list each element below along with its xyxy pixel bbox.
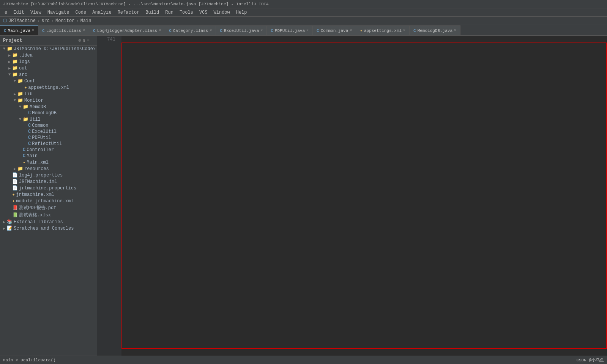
tab-close-main[interactable]: × — [32, 28, 34, 33]
tree-item-main[interactable]: ▶ C Main — [0, 153, 97, 159]
tab-label-pdfutil: PDFUtil.java — [275, 28, 305, 33]
menu-analyze[interactable]: Analyze — [89, 8, 114, 16]
breadcrumb-jrtmachine[interactable]: ⬡ — [3, 18, 7, 24]
expand-arrow-out[interactable]: ▶ — [7, 66, 12, 71]
tree-item-appsettings[interactable]: ▶ ✦ appsettings.xml — [0, 84, 97, 91]
tab-close-logutils[interactable]: × — [83, 28, 85, 33]
tree-item-testxlsx[interactable]: ▶ 📗 测试表格.xlsx — [0, 211, 97, 219]
code-content[interactable] — [121, 36, 607, 356]
tab-main-java[interactable]: C Main.java × — [0, 25, 38, 35]
tab-log4j[interactable]: C Log4jLoggerAdapter.class × — [89, 25, 165, 35]
menu-e[interactable]: e — [2, 8, 10, 16]
tab-memologdb[interactable]: C MemoLogDB.java × — [410, 25, 460, 35]
tree-item-idea[interactable]: ▶ 📁 .idea — [0, 52, 97, 58]
menu-help[interactable]: Help — [233, 8, 250, 16]
folder-icon-lib: 📁 — [17, 91, 23, 97]
tree-item-memodb[interactable]: ▼ 📁 MemoDB — [0, 104, 97, 110]
menu-window[interactable]: Window — [211, 8, 233, 16]
expand-arrow-util[interactable]: ▼ — [17, 117, 23, 121]
main-layout: Project ⚙ ⇅ ≡ — ▼ 📁 JRTMachine D:\JRTPub… — [0, 36, 607, 356]
menu-run[interactable]: Run — [162, 8, 177, 16]
tab-close-common[interactable]: × — [350, 28, 352, 33]
expand-arrow-extlibs[interactable]: ▶ — [2, 220, 7, 224]
tree-item-lib[interactable]: ▶ 📁 lib — [0, 91, 97, 97]
folder-icon-jrtmachine: 📁 — [7, 46, 13, 52]
expand-arrow-src[interactable]: ▼ — [7, 72, 12, 77]
tree-item-common[interactable]: ▶ C Common — [0, 123, 97, 129]
tree-item-util[interactable]: ▼ 📁 Util — [0, 116, 97, 123]
scratches-icon: 📝 — [7, 225, 13, 231]
tree-item-resources[interactable]: ▶ 📁 resources — [0, 165, 97, 172]
tree-item-controller[interactable]: ▶ C Controller — [0, 147, 97, 153]
menu-refactor[interactable]: Refactor — [115, 8, 143, 16]
expand-arrow-monitor[interactable]: ▼ — [12, 98, 17, 102]
tab-close-excelutil[interactable]: × — [260, 28, 263, 33]
tree-item-excelutil-tree[interactable]: ▶ C ExcelUtil — [0, 129, 97, 135]
tab-appsettings[interactable]: ✦ appsettings.xml × — [356, 25, 410, 35]
tab-logutils[interactable]: C LogUtils.class × — [38, 25, 89, 35]
tree-item-jrtmachine[interactable]: ▼ 📁 JRTMachine D:\JRTPublish\Code\ — [0, 46, 97, 52]
menu-view[interactable]: View — [27, 8, 44, 16]
tree-item-mainxml[interactable]: ▶ ✦ Main.xml — [0, 159, 97, 165]
tab-close-log4j[interactable]: × — [159, 28, 161, 33]
tab-excelutil[interactable]: C ExcelUtil.java × — [216, 25, 267, 35]
tree-item-out[interactable]: ▶ 📁 out — [0, 65, 97, 71]
expand-arrow-conf[interactable]: ▼ — [12, 79, 17, 83]
tree-item-log4j[interactable]: ▶ 📄 log4j.properties — [0, 172, 97, 178]
tree-item-reflectutil[interactable]: ▶ C ReflectUtil — [0, 141, 97, 147]
settings2-icon[interactable]: ≡ — [87, 38, 90, 43]
tab-common[interactable]: C Common.java × — [313, 25, 356, 35]
tab-category[interactable]: C Category.class × — [165, 25, 216, 35]
expand-arrow-jrtmachine[interactable]: ▼ — [2, 47, 7, 51]
spacer-common: ▶ — [23, 123, 28, 128]
tree-item-testpdf[interactable]: ▶ 📕 测试PDF报告.pdf — [0, 204, 97, 211]
expand-arrow-lib[interactable]: ▶ — [12, 92, 17, 96]
menu-navigate[interactable]: Navigate — [44, 8, 73, 16]
gear-icon[interactable]: ⚙ — [78, 38, 81, 43]
project-header: Project ⚙ ⇅ ≡ — — [0, 36, 97, 46]
editor-scroll[interactable]: 741 — [97, 36, 607, 356]
project-header-icons: ⚙ ⇅ ≡ — — [78, 38, 94, 43]
menu-code[interactable]: Code — [72, 8, 89, 16]
tree-item-modulejrtmachinexml[interactable]: ▶ ✦ module_jrtmachine.xml — [0, 198, 97, 204]
tab-pdfutil[interactable]: C PDFUtil.java × — [267, 25, 313, 35]
tab-close-category[interactable]: × — [210, 28, 212, 33]
tab-close-memologdb[interactable]: × — [454, 28, 456, 33]
sort-icon[interactable]: ⇅ — [82, 38, 85, 43]
tree-item-conf[interactable]: ▼ 📁 Conf — [0, 78, 97, 84]
tree-item-jrtmachineprop[interactable]: ▶ 📄 jrtmachine.properties — [0, 185, 97, 191]
expand-arrow-idea[interactable]: ▶ — [7, 53, 12, 58]
tree-label-resources: resources — [24, 166, 49, 172]
tree-item-extlibs[interactable]: ▶ 📚 External Libraries — [0, 219, 97, 225]
breadcrumb-main[interactable]: Main — [80, 18, 91, 24]
folder-icon-monitor: 📁 — [17, 98, 23, 103]
tree-item-jrtmachineiml[interactable]: ▶ 📄 JRTMachine.iml — [0, 178, 97, 185]
status-right-text: CSDN @小乌鱼 — [576, 358, 604, 362]
tree-item-src[interactable]: ▼ 📁 src — [0, 71, 97, 78]
expand-arrow-resources[interactable]: ▶ — [12, 167, 17, 171]
tree-item-pdfutil-tree[interactable]: ▶ C PDFUtil — [0, 135, 97, 141]
menu-tools[interactable]: Tools — [177, 8, 196, 16]
breadcrumb-src[interactable]: src — [41, 18, 50, 24]
editor-area[interactable]: 741 — [97, 36, 607, 356]
expand-arrow-scratches[interactable]: ▶ — [2, 226, 7, 231]
tree-item-logs[interactable]: ▶ 📁 logs — [0, 58, 97, 65]
expand-arrow-logs[interactable]: ▶ — [7, 60, 12, 64]
tree-item-jrtmachinexml[interactable]: ▶ ✦ jrtmachine.xml — [0, 191, 97, 198]
tree-item-monitor[interactable]: ▼ 📁 Monitor — [0, 97, 97, 104]
java-icon-excelutil: C — [28, 129, 31, 134]
breadcrumb-bottom: Main > DealFileData() — [3, 358, 56, 362]
tab-close-appsettings[interactable]: × — [403, 28, 405, 33]
xml-icon-modulejrtmachine: ✦ — [12, 198, 15, 204]
menu-vcs[interactable]: VCS — [196, 8, 211, 16]
java-icon-controller: C — [23, 147, 25, 153]
close-panel-icon[interactable]: — — [91, 38, 94, 43]
tree-item-scratches[interactable]: ▶ 📝 Scratches and Consoles — [0, 225, 97, 232]
breadcrumb-monitor[interactable]: Monitor — [55, 18, 74, 24]
tab-close-pdfutil[interactable]: × — [306, 28, 309, 33]
breadcrumb-jrtmachine-label[interactable]: JRTMachine — [8, 18, 36, 24]
expand-arrow-memodb[interactable]: ▼ — [17, 105, 23, 109]
tree-item-memologdb[interactable]: ▶ C MemoLogDB — [0, 110, 97, 116]
menu-build[interactable]: Build — [142, 8, 162, 16]
menu-edit[interactable]: Edit — [10, 8, 27, 16]
